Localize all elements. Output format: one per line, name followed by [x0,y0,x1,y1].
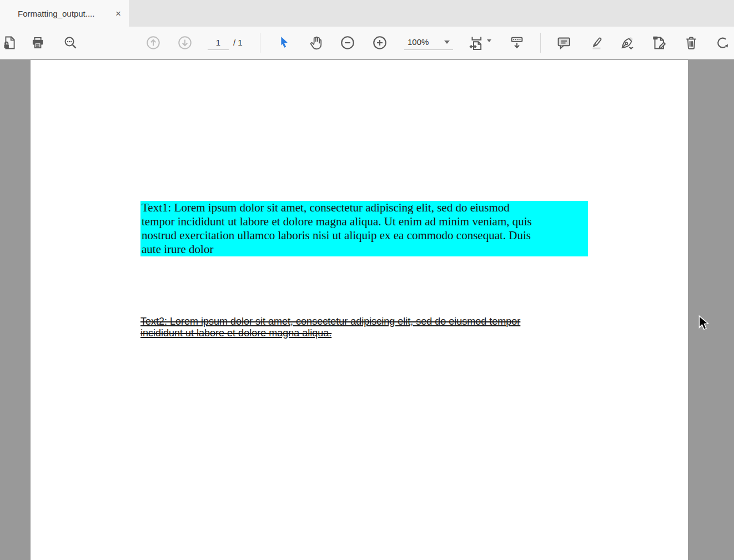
toolbar-separator [260,33,260,53]
text-line: Text2: Lorem ipsum dolor sit amet, conse… [140,316,520,327]
document-canvas: Text1: Lorem ipsum dolor sit amet, conse… [0,60,734,560]
text-line: aute irure dolor [142,243,588,256]
chevron-down-icon [487,39,491,42]
page-number-input[interactable] [208,36,229,50]
select-tool-icon[interactable] [274,33,294,53]
highlight-icon[interactable] [586,33,606,53]
tab-bar: Formatting_output.... × [0,0,734,27]
text-line: Text1: Lorem ipsum dolor sit amet, conse… [142,201,588,215]
strikethrough-paragraph: Text2: Lorem ipsum dolor sit amet, conse… [140,316,520,339]
toolbar-separator [540,33,541,53]
pdf-page[interactable]: Text1: Lorem ipsum dolor sit amet, conse… [31,60,688,560]
mouse-cursor-icon [698,315,711,332]
text-line: incididunt ut labore et dolore magna ali… [140,327,520,339]
hand-tool-icon[interactable] [306,33,326,53]
signature-icon[interactable] [617,33,637,53]
next-page-icon[interactable] [175,33,195,53]
delete-icon[interactable] [681,33,701,53]
protected-document-icon[interactable] [0,33,20,53]
tab-close-icon[interactable]: × [115,9,121,18]
fit-width-icon[interactable] [466,33,493,53]
search-icon[interactable] [61,33,81,53]
comment-icon[interactable] [554,33,574,53]
rotate-icon[interactable] [713,33,733,53]
scroll-mode-icon[interactable] [507,33,527,53]
zoom-out-icon[interactable] [338,33,358,53]
highlighted-paragraph: Text1: Lorem ipsum dolor sit amet, conse… [140,201,588,256]
toolbar: / 1 100% [0,27,734,59]
print-icon[interactable] [28,33,48,53]
edit-document-icon[interactable] [649,33,669,53]
text-line: tempor incididunt ut labore et dolore ma… [142,215,588,229]
zoom-level-value: 100% [408,37,444,47]
document-tab[interactable]: Formatting_output.... × [0,0,129,27]
previous-page-icon[interactable] [143,33,163,53]
pdf-viewer-window: Formatting_output.... × [0,0,734,560]
tab-title: Formatting_output.... [18,9,110,18]
chevron-down-icon [444,41,450,44]
text-line: nostrud exercitation ullamco laboris nis… [142,229,588,243]
zoom-in-icon[interactable] [370,33,390,53]
page-total-label: / 1 [233,36,243,50]
zoom-level-select[interactable]: 100% [404,34,453,50]
